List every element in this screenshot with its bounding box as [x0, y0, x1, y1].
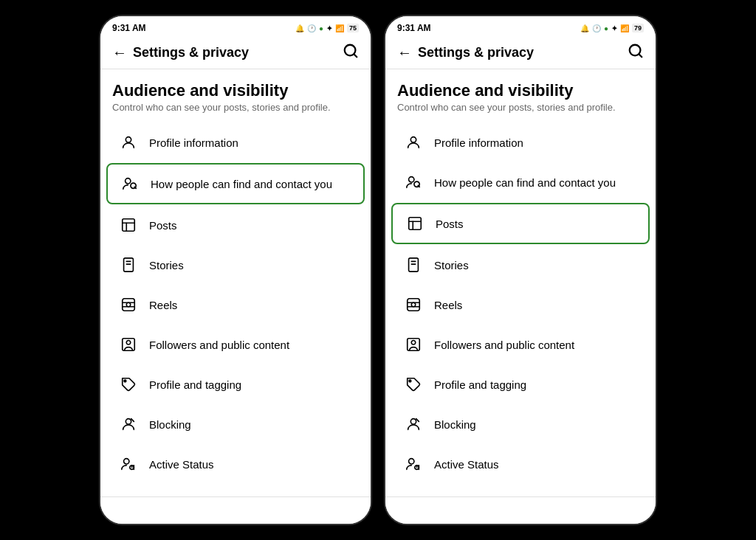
permissions-title-1: Permissions	[112, 521, 359, 524]
menu-list-1: Profile information How people can find …	[100, 116, 371, 491]
svg-point-48	[411, 341, 416, 345]
signal-icon: 📶	[335, 24, 344, 32]
find-contact-icon-2	[403, 172, 424, 193]
svg-point-49	[409, 380, 411, 382]
menu-item-label-tagging-2: Profile and tagging	[434, 378, 526, 391]
green-dot-icon: ●	[319, 24, 323, 32]
section-subtitle-1: Control who can see your posts, stories …	[112, 102, 359, 113]
notification-icon: 🔔	[295, 24, 304, 32]
menu-item-profile-info-1[interactable]: Profile information	[106, 123, 365, 162]
phone-1: 9:31 AM 🔔 🕐 ● ✦ 📶 75 ← Settings & privac…	[99, 15, 372, 525]
green-dot-icon-2: ●	[604, 24, 608, 32]
menu-item-label-find-contact-2: How people can find and contact you	[434, 176, 616, 189]
back-button-1[interactable]: ←	[112, 44, 127, 61]
svg-point-50	[410, 419, 416, 424]
menu-item-label-active-status-1: Active Status	[149, 458, 214, 471]
menu-item-tagging-1[interactable]: Profile and tagging	[106, 365, 365, 404]
section-header-2: Audience and visibility Control who can …	[385, 69, 656, 116]
search-button-2[interactable]	[628, 43, 644, 63]
tagging-icon-1	[118, 374, 139, 395]
permissions-section-1: Permissions Manage what info Facebook us…	[100, 503, 371, 524]
svg-line-1	[354, 54, 357, 57]
svg-rect-40	[409, 258, 419, 271]
menu-item-label-find-contact-1: How people can find and contact you	[151, 178, 332, 190]
posts-icon-1	[118, 215, 139, 235]
svg-rect-12	[123, 299, 135, 311]
svg-line-32	[639, 54, 642, 57]
svg-rect-43	[408, 299, 420, 311]
menu-item-label-stories-1: Stories	[149, 259, 184, 271]
menu-list-2: Profile information How people can find …	[385, 116, 656, 491]
permissions-section-2: Permissions Manage what info Facebook us…	[385, 503, 656, 524]
menu-item-find-contact-2[interactable]: How people can find and contact you	[391, 163, 650, 201]
phone-2: 9:31 AM 🔔 🕐 ● ✦ 📶 79 ← Settings & privac…	[384, 15, 657, 525]
status-bar-2: 9:31 AM 🔔 🕐 ● ✦ 📶 79	[385, 16, 656, 37]
svg-point-34	[409, 177, 414, 182]
profile-info-icon-1	[118, 132, 139, 153]
menu-item-reels-1[interactable]: Reels	[106, 285, 365, 324]
bluetooth-icon: ✦	[326, 24, 332, 32]
menu-item-tagging-2[interactable]: Profile and tagging	[391, 365, 650, 404]
nav-title-1: Settings & privacy	[133, 45, 343, 60]
menu-item-active-status-1[interactable]: Active Status	[106, 445, 365, 483]
menu-item-posts-1[interactable]: Posts	[106, 206, 365, 244]
permissions-header-2: Permissions Manage what info Facebook us…	[385, 509, 656, 524]
blocking-icon-2	[403, 414, 424, 435]
menu-item-label-reels-2: Reels	[434, 299, 462, 311]
menu-item-followers-2[interactable]: Followers and public content	[391, 325, 650, 364]
menu-item-label-tagging-1: Profile and tagging	[149, 378, 241, 391]
search-button-1[interactable]	[343, 43, 359, 63]
menu-item-label-followers-2: Followers and public content	[434, 339, 574, 351]
followers-icon-2	[403, 334, 424, 355]
screenshot-container: 9:31 AM 🔔 🕐 ● ✦ 📶 75 ← Settings & privac…	[0, 0, 756, 540]
menu-item-blocking-2[interactable]: Blocking	[391, 405, 650, 443]
alarm-icon: 🕐	[307, 24, 316, 32]
active-status-icon-1	[118, 454, 139, 474]
svg-point-17	[126, 341, 131, 345]
svg-point-13	[126, 303, 131, 308]
status-icons-2: 🔔 🕐 ● ✦ 📶 79	[580, 24, 644, 32]
svg-point-18	[124, 380, 126, 382]
nav-bar-1: ← Settings & privacy	[100, 37, 371, 69]
menu-item-label-profile-info-1: Profile information	[149, 136, 238, 149]
permissions-title-2: Permissions	[397, 521, 644, 524]
menu-item-profile-info-2[interactable]: Profile information	[391, 123, 650, 162]
menu-item-find-contact-1[interactable]: How people can find and contact you	[106, 163, 365, 204]
divider-1	[100, 496, 371, 497]
status-time-1: 9:31 AM	[112, 23, 146, 33]
followers-icon-1	[118, 334, 139, 355]
profile-info-icon-2	[403, 132, 424, 153]
menu-item-stories-1[interactable]: Stories	[106, 246, 365, 284]
svg-rect-37	[409, 218, 422, 230]
menu-item-label-blocking-2: Blocking	[434, 418, 476, 431]
menu-item-blocking-1[interactable]: Blocking	[106, 405, 365, 443]
menu-item-reels-2[interactable]: Reels	[391, 285, 650, 324]
tagging-icon-2	[403, 374, 424, 395]
svg-point-2	[126, 137, 131, 142]
menu-item-active-status-2[interactable]: Active Status	[391, 445, 650, 483]
reels-icon-2	[403, 294, 424, 315]
menu-item-posts-2[interactable]: Posts	[391, 203, 650, 244]
menu-item-label-active-status-2: Active Status	[434, 458, 499, 471]
alarm-icon-2: 🕐	[592, 24, 601, 32]
svg-point-44	[411, 303, 416, 308]
back-button-2[interactable]: ←	[397, 44, 412, 61]
nav-bar-2: ← Settings & privacy	[385, 37, 656, 69]
svg-point-21	[124, 459, 129, 464]
menu-item-label-profile-info-2: Profile information	[434, 136, 523, 149]
content-2: Audience and visibility Control who can …	[385, 69, 656, 524]
svg-point-3	[126, 179, 131, 184]
menu-item-label-posts-2: Posts	[436, 218, 464, 230]
svg-point-33	[410, 137, 416, 142]
menu-item-stories-2[interactable]: Stories	[391, 246, 650, 284]
menu-item-followers-1[interactable]: Followers and public content	[106, 325, 365, 364]
battery-icon: 75	[347, 24, 359, 32]
svg-point-19	[126, 419, 131, 424]
notification-icon-2: 🔔	[580, 24, 589, 32]
menu-item-label-stories-2: Stories	[434, 259, 469, 271]
status-icons-1: 🔔 🕐 ● ✦ 📶 75	[295, 24, 359, 32]
stories-icon-2	[403, 255, 424, 275]
section-subtitle-2: Control who can see your posts, stories …	[397, 102, 644, 113]
menu-item-label-posts-1: Posts	[149, 219, 177, 232]
active-status-icon-2	[403, 454, 424, 474]
